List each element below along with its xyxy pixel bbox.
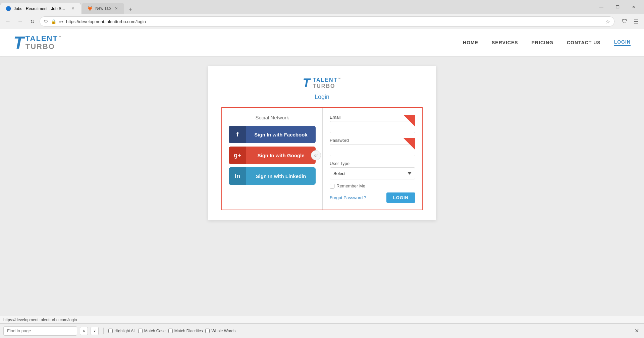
facebook-signin-button[interactable]: f Sign In with Facebook: [229, 126, 316, 143]
social-panel: Social Network f Sign In with Facebook g…: [222, 108, 323, 210]
password-error-icon: [403, 138, 415, 150]
google-icon: g+: [229, 147, 246, 164]
email-label: Email: [330, 115, 415, 120]
logo-talent-text: TALENT™: [25, 35, 62, 43]
remember-me-label: Remember Me: [336, 183, 365, 188]
tab-title-inactive: New Tab: [95, 6, 111, 11]
shield-browser-icon[interactable]: 🛡: [620, 17, 629, 26]
login-box: Social Network f Sign In with Facebook g…: [221, 107, 423, 210]
facebook-btn-label: Sign In with Facebook: [246, 132, 316, 137]
find-close-button[interactable]: ✕: [633, 327, 641, 335]
tab-favicon: 🔵: [6, 6, 11, 11]
find-prev-button[interactable]: ∧: [80, 327, 88, 335]
match-case-checkbox[interactable]: [138, 329, 143, 333]
find-input[interactable]: [3, 326, 77, 336]
password-label: Password: [330, 138, 415, 143]
find-match-diacritics[interactable]: Match Diacritics: [168, 329, 203, 333]
find-bar-divider: [103, 328, 104, 334]
find-next-button[interactable]: ∨: [91, 327, 99, 335]
lock-icon: 🔒: [51, 19, 56, 24]
site-navigation: T TALENT™ TURBO HOME SERVICES PRICING CO…: [0, 29, 644, 56]
nav-services[interactable]: SERVICES: [492, 40, 518, 45]
login-logo-t: T: [303, 76, 310, 90]
url-text: https://development.talentturbo.com/logi…: [66, 19, 146, 24]
login-title: Login: [221, 94, 423, 101]
user-type-wrap: User Type Select: [330, 161, 415, 179]
find-bar: ∧ ∨ Highlight All Match Case Match Diacr…: [0, 323, 644, 338]
google-signin-button[interactable]: g+ Sign In with Google: [229, 147, 316, 164]
forgot-password-link[interactable]: Forgot Password ?: [330, 195, 366, 200]
match-diacritics-checkbox[interactable]: [168, 329, 173, 333]
find-whole-words[interactable]: Whole Words: [205, 329, 235, 333]
form-actions: Forgot Password ? LOGIN: [330, 192, 415, 203]
tab-close-active[interactable]: ✕: [70, 6, 75, 11]
nav-links: HOME SERVICES PRICING CONTACT US LOGIN: [463, 39, 631, 46]
find-highlight-all[interactable]: Highlight All: [108, 329, 136, 333]
linkedin-signin-button[interactable]: In Sign In with Linkedin: [229, 167, 316, 185]
nav-pricing[interactable]: PRICING: [532, 40, 553, 45]
form-panel: Email Password User Type Select: [323, 108, 422, 210]
hamburger-menu-icon[interactable]: ☰: [631, 17, 641, 26]
facebook-icon: f: [229, 126, 246, 143]
maximize-button[interactable]: ❐: [610, 3, 625, 11]
tab-title-active: Jobs - Recruitment - Job Search: [14, 6, 67, 11]
site-logo[interactable]: T TALENT™ TURBO: [13, 34, 62, 51]
find-match-case[interactable]: Match Case: [138, 329, 166, 333]
password-field-wrap: Password: [330, 138, 415, 156]
logo-turbo-text: TURBO: [25, 43, 62, 51]
bookmark-icon[interactable]: ☆: [605, 18, 610, 25]
email-field-wrap: Email: [330, 115, 415, 133]
login-card: T TALENT™ TURBO Login Social Network f: [208, 66, 436, 220]
new-tab-button[interactable]: +: [125, 5, 135, 14]
address-bar[interactable]: 🛡 🔒 ≡● https://development.talentturbo.c…: [40, 16, 614, 26]
tab-close-inactive[interactable]: ✕: [113, 6, 119, 11]
login-logo-turbo: TURBO: [313, 83, 341, 89]
tracking-icon: ≡●: [59, 19, 63, 23]
linkedin-btn-label: Sign In with Linkedin: [246, 173, 316, 179]
shield-icon: 🛡: [44, 19, 48, 24]
social-network-title: Social Network: [229, 115, 316, 120]
close-button[interactable]: ✕: [626, 3, 641, 11]
logo-t-letter: T: [13, 34, 24, 51]
google-btn-label: Sign In with Google: [246, 153, 316, 158]
remember-me-checkbox[interactable]: [330, 184, 334, 188]
email-input[interactable]: [330, 121, 415, 133]
login-logo-talent: TALENT™: [313, 77, 341, 83]
nav-contact[interactable]: CONTACT US: [567, 40, 601, 45]
user-type-select[interactable]: Select: [330, 167, 415, 179]
email-error-icon: [403, 115, 415, 127]
status-bar: https://development.talentturbo.com/logi…: [0, 316, 644, 323]
remember-me-row: Remember Me: [330, 183, 415, 188]
status-url: https://development.talentturbo.com/logi…: [3, 318, 77, 322]
back-button[interactable]: ←: [3, 17, 13, 26]
forward-button[interactable]: →: [15, 17, 25, 26]
reload-button[interactable]: ↻: [28, 17, 37, 26]
password-input[interactable]: [330, 144, 415, 156]
or-badge: or: [311, 150, 321, 160]
nav-login[interactable]: LOGIN: [614, 39, 631, 46]
user-type-label: User Type: [330, 161, 415, 166]
linkedin-icon: In: [229, 167, 246, 185]
tab-favicon-2: 🦊: [87, 6, 93, 11]
login-button[interactable]: LOGIN: [386, 192, 415, 203]
highlight-all-checkbox[interactable]: [108, 329, 113, 333]
nav-home[interactable]: HOME: [463, 40, 478, 45]
tab-active[interactable]: 🔵 Jobs - Recruitment - Job Search ✕: [0, 3, 81, 14]
tab-inactive[interactable]: 🦊 New Tab ✕: [82, 3, 124, 14]
whole-words-checkbox[interactable]: [205, 329, 210, 333]
minimize-button[interactable]: —: [594, 3, 609, 11]
